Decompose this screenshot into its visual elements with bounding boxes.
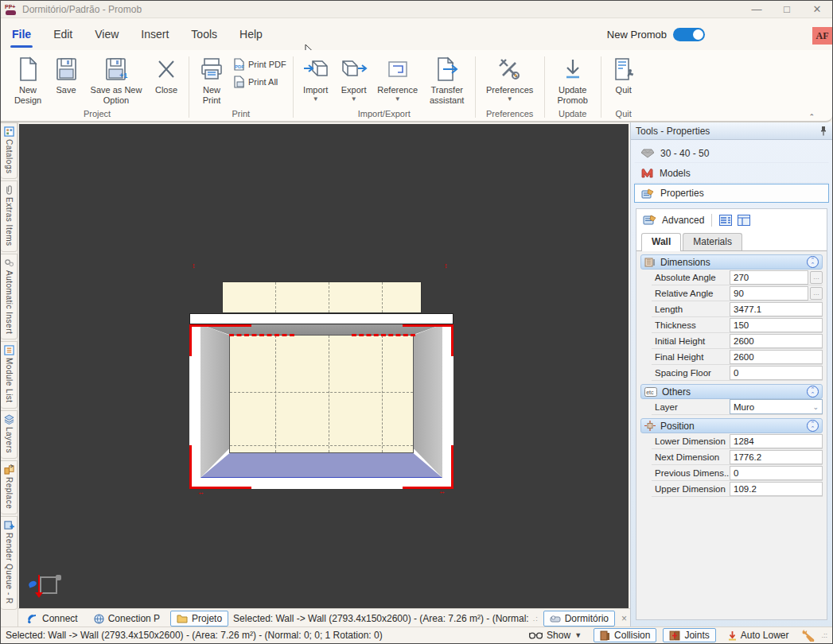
sidebar-item-replace[interactable]: Replace xyxy=(1,460,18,514)
layers-icon xyxy=(4,414,14,425)
relative-angle-input[interactable]: 90 xyxy=(730,286,808,301)
reference-button[interactable]: Reference ▼ xyxy=(373,53,422,103)
browse-button[interactable]: … xyxy=(810,287,823,300)
sidebar-item-automatic-insert[interactable]: Automatic Insert xyxy=(1,254,18,339)
back-wall-upper-section[interactable] xyxy=(222,281,422,313)
save-as-new-option-button[interactable]: +1 Save as New Option xyxy=(85,53,147,105)
table-view-icon[interactable] xyxy=(738,215,750,226)
nav-item-properties[interactable]: Properties xyxy=(634,184,829,203)
minimize-button[interactable]: — xyxy=(742,1,772,17)
room-view[interactable] xyxy=(189,324,453,489)
globe-icon xyxy=(94,614,104,624)
advanced-icon[interactable] xyxy=(643,215,656,226)
pin-icon[interactable] xyxy=(819,126,827,136)
red-anchor-marker[interactable]: ↔ xyxy=(438,488,446,495)
left-tool-strip: Catalogs Extras Items Automatic Insert M… xyxy=(1,122,18,628)
spacing-floor-input[interactable]: 0 xyxy=(730,366,823,380)
nav-item-30-40-50[interactable]: 30 - 40 - 50 xyxy=(634,144,829,163)
section-header-dimensions[interactable]: Dimensions ⌃⌃ xyxy=(640,254,823,270)
initial-height-input[interactable]: 2600 xyxy=(730,334,823,348)
viewport-3d-canvas[interactable]: ↕ ↕ ↔ ↔ ↕ ↕ ↕ ↔ ↔ xyxy=(19,124,629,608)
resize-grip[interactable]: .:: xyxy=(821,631,827,639)
import-button[interactable]: Import ▼ xyxy=(297,53,335,103)
new-design-button[interactable]: New Design xyxy=(9,53,47,105)
close-x-icon xyxy=(154,56,178,82)
menu-edit[interactable]: Edit xyxy=(42,18,84,50)
layer-dropdown[interactable]: Muro ⌄ xyxy=(730,399,823,414)
sidebar-item-render-queue[interactable]: Render Queue - R xyxy=(1,516,18,610)
back-wall-surface[interactable] xyxy=(229,335,414,453)
close-project-button[interactable]: Close xyxy=(147,53,185,95)
ribbon-collapse-chevron-icon[interactable]: ⌃ xyxy=(808,113,815,121)
list-view-icon[interactable] xyxy=(719,215,732,226)
show-dropdown-button[interactable]: Show ▼ xyxy=(524,629,587,642)
sidebar-item-extras-items[interactable]: Extras Items xyxy=(1,180,18,252)
joints-button[interactable]: Joints xyxy=(663,628,715,642)
final-height-input[interactable]: 2600 xyxy=(730,350,823,364)
tab-materials[interactable]: Materials xyxy=(683,233,742,250)
doc-tab-close-icon[interactable]: × xyxy=(621,613,627,624)
menu-help[interactable]: Help xyxy=(228,18,274,50)
print-all-button[interactable]: Print All xyxy=(232,76,286,88)
section-header-position[interactable]: Position ⌃⌃ xyxy=(640,418,823,433)
dormitorio-doc-tab[interactable]: Dormitório xyxy=(543,611,615,627)
red-anchor-marker[interactable]: ↕ xyxy=(192,262,196,270)
absolute-angle-input[interactable]: 270 xyxy=(730,270,808,285)
selection-status-text: Selected: Wall -> Wall (2793.4x150x2600)… xyxy=(233,613,528,624)
nav-item-models[interactable]: Models xyxy=(634,164,829,183)
menu-tools[interactable]: Tools xyxy=(180,18,228,50)
ribbon-group-print: New Print PDF Print PDF Print All Print xyxy=(189,53,293,121)
left-wall-surface[interactable] xyxy=(200,324,229,478)
tools-preferences-icon xyxy=(496,56,524,82)
export-button[interactable]: Export ▼ xyxy=(335,53,373,103)
account-badge[interactable]: AF xyxy=(812,27,832,45)
update-promob-button[interactable]: Update Promob xyxy=(548,53,598,105)
next-dimension-input[interactable]: 1776.2 xyxy=(730,450,823,464)
maximize-button[interactable]: □ xyxy=(772,1,802,17)
collapse-chevron-icon[interactable]: ⌃⌃ xyxy=(807,256,819,268)
collapse-chevron-icon[interactable]: ⌃⌃ xyxy=(807,386,819,398)
panel-header: Tools - Properties xyxy=(631,122,832,140)
auto-lower-button[interactable]: Auto Lower xyxy=(722,629,795,642)
projeto-tab[interactable]: Projeto xyxy=(170,611,228,627)
conection-p-tab[interactable]: Conection P xyxy=(88,611,165,626)
catalogs-icon xyxy=(4,126,14,137)
menu-insert[interactable]: Insert xyxy=(130,18,180,50)
collision-button[interactable]: Collision xyxy=(594,628,656,642)
preferences-button[interactable]: Preferences ▼ xyxy=(479,53,541,103)
collapse-chevron-icon[interactable]: ⌃⌃ xyxy=(807,420,819,432)
section-header-others[interactable]: etc Others ⌃⌃ xyxy=(640,384,823,399)
right-wall-surface[interactable] xyxy=(414,324,442,478)
new-print-button[interactable]: New Print xyxy=(193,53,231,105)
upper-dimension-input[interactable]: 109.2 xyxy=(730,482,823,496)
sidebar-item-catalogs[interactable]: Catalogs xyxy=(1,122,18,179)
red-anchor-marker[interactable]: ↕ xyxy=(444,262,448,270)
connect-tab[interactable]: Connect xyxy=(21,611,84,626)
sidebar-item-module-list[interactable]: Module List xyxy=(1,341,18,409)
etc-icon: etc xyxy=(644,387,657,397)
menu-view[interactable]: View xyxy=(84,18,130,50)
print-pdf-button[interactable]: PDF Print PDF xyxy=(232,58,286,71)
quit-button[interactable]: Quit xyxy=(605,53,643,95)
lower-dimension-input[interactable]: 1284 xyxy=(730,434,823,448)
chevron-down-icon: ▼ xyxy=(351,96,357,103)
previous-dimension-input[interactable]: 0 xyxy=(730,466,823,480)
menu-file[interactable]: File xyxy=(1,18,42,50)
save-button[interactable]: Save xyxy=(47,53,85,95)
replace-icon xyxy=(4,464,14,475)
export-cube-icon xyxy=(341,56,368,82)
new-promob-toggle[interactable] xyxy=(673,28,705,41)
tab-wall[interactable]: Wall xyxy=(641,233,681,251)
sidebar-item-layers[interactable]: Layers xyxy=(1,410,18,459)
panel-nav: 30 - 40 - 50 Models Properties xyxy=(631,140,832,205)
red-anchor-marker[interactable]: ↔ xyxy=(197,489,204,496)
length-input[interactable]: 3477.1 xyxy=(730,302,823,316)
floor-surface[interactable] xyxy=(200,453,442,478)
close-button[interactable]: ✕ xyxy=(802,1,832,17)
browse-button[interactable]: … xyxy=(810,271,823,284)
wrench-icon[interactable] xyxy=(802,630,815,642)
splitter-grip[interactable]: .: xyxy=(533,615,539,623)
transfer-assistant-button[interactable]: Transfer assistant xyxy=(422,53,472,105)
thickness-input[interactable]: 150 xyxy=(730,318,823,332)
selected-wall-top-band[interactable] xyxy=(189,313,453,324)
